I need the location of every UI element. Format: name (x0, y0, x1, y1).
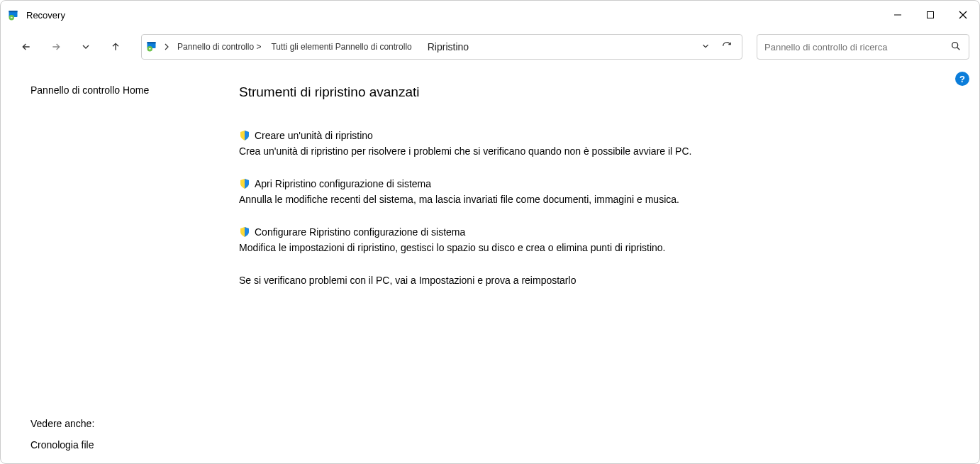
up-button[interactable] (103, 34, 128, 60)
svg-rect-1 (9, 11, 18, 12)
refresh-button[interactable] (722, 41, 732, 53)
shield-icon (239, 178, 250, 189)
tool-title-text: Apri Ripristino configurazione di sistem… (255, 178, 431, 189)
shield-icon (239, 226, 250, 238)
recovery-icon (146, 40, 159, 55)
sidebar-home-link[interactable]: Pannello di controllo Home (30, 84, 213, 96)
navigation-bar: Pannello di controllo > Tutti gli elemen… (1, 29, 979, 65)
address-dropdown-button[interactable] (701, 41, 711, 53)
recent-locations-button[interactable] (73, 34, 99, 60)
maximize-button[interactable] (914, 1, 947, 29)
search-box[interactable] (757, 34, 969, 60)
back-button[interactable] (13, 34, 39, 60)
tool-open-system-restore: Apri Ripristino configurazione di sistem… (239, 178, 951, 205)
tool-create-recovery-drive: Creare un'unità di ripristino Crea un'un… (239, 130, 951, 157)
settings-note: Se si verificano problemi con il PC, vai… (239, 275, 951, 286)
tool-link-create-recovery-drive[interactable]: Creare un'unità di ripristino (239, 130, 951, 141)
svg-rect-4 (928, 12, 934, 18)
breadcrumb-all-items[interactable]: Tutti gli elementi Pannello di controllo (268, 42, 414, 52)
main-panel: Strumenti di ripristino avanzati Creare … (213, 65, 979, 463)
page-heading: Strumenti di ripristino avanzati (239, 84, 951, 100)
svg-point-10 (952, 42, 958, 48)
recovery-app-icon (8, 9, 21, 21)
svg-rect-8 (147, 42, 156, 43)
window-controls (881, 1, 979, 29)
search-icon[interactable] (950, 40, 962, 54)
forward-button[interactable] (43, 34, 69, 60)
file-history-link[interactable]: Cronologia file (30, 439, 213, 451)
shield-icon (239, 130, 250, 141)
tool-title-text: Creare un'unità di ripristino (255, 130, 373, 141)
window-title: Recovery (26, 10, 65, 21)
tool-link-open-system-restore[interactable]: Apri Ripristino configurazione di sistem… (239, 178, 951, 189)
tool-link-configure-system-restore[interactable]: Configurare Ripristino configurazione di… (239, 226, 951, 238)
sidebar: Pannello di controllo Home Vedere anche:… (1, 65, 213, 463)
address-bar[interactable]: Pannello di controllo > Tutti gli elemen… (141, 34, 742, 60)
minimize-button[interactable] (881, 1, 914, 29)
content-area: Pannello di controllo Home Vedere anche:… (1, 65, 979, 463)
breadcrumb-current[interactable]: Ripristino (425, 41, 472, 53)
tool-desc: Crea un'unità di ripristino per risolver… (239, 145, 951, 157)
tool-desc: Modifica le impostazioni di ripristino, … (239, 242, 951, 253)
tool-desc: Annulla le modifiche recenti del sistema… (239, 194, 951, 205)
breadcrumb-control-panel[interactable]: Pannello di controllo > (174, 42, 264, 52)
titlebar: Recovery (1, 1, 979, 29)
chevron-right-icon (163, 43, 170, 50)
svg-line-11 (957, 47, 960, 50)
close-button[interactable] (947, 1, 979, 29)
tool-configure-system-restore: Configurare Ripristino configurazione di… (239, 226, 951, 253)
see-also-heading: Vedere anche: (30, 418, 213, 429)
search-input[interactable] (764, 42, 950, 53)
tool-title-text: Configurare Ripristino configurazione di… (255, 226, 465, 238)
